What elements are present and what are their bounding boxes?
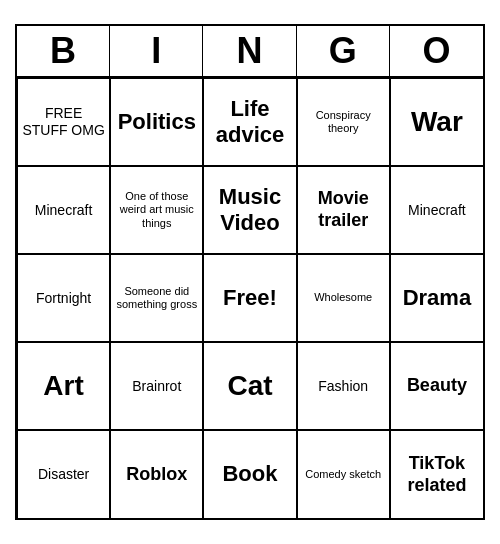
bingo-cell-24[interactable]: TikTok related xyxy=(390,430,483,518)
bingo-cell-19[interactable]: Beauty xyxy=(390,342,483,430)
bingo-cell-22[interactable]: Book xyxy=(203,430,296,518)
cell-text-13: Wholesome xyxy=(314,291,372,304)
cell-text-10: Fortnight xyxy=(36,290,91,307)
bingo-cell-23[interactable]: Comedy sketch xyxy=(297,430,390,518)
cell-text-23: Comedy sketch xyxy=(305,468,381,481)
cell-text-8: Movie trailer xyxy=(302,188,385,231)
bingo-cell-6[interactable]: One of those weird art music things xyxy=(110,166,203,254)
bingo-letter-i: I xyxy=(110,26,203,76)
bingo-cell-5[interactable]: Minecraft xyxy=(17,166,110,254)
bingo-cell-18[interactable]: Fashion xyxy=(297,342,390,430)
cell-text-18: Fashion xyxy=(318,378,368,395)
cell-text-2: Life advice xyxy=(208,96,291,149)
bingo-cell-21[interactable]: Roblox xyxy=(110,430,203,518)
cell-text-16: Brainrot xyxy=(132,378,181,395)
cell-text-7: Music Video xyxy=(208,184,291,237)
cell-text-14: Drama xyxy=(403,285,471,311)
bingo-cell-10[interactable]: Fortnight xyxy=(17,254,110,342)
cell-text-24: TikTok related xyxy=(395,453,479,496)
bingo-letter-o: O xyxy=(390,26,483,76)
cell-text-3: Conspiracy theory xyxy=(302,109,385,135)
cell-text-5: Minecraft xyxy=(35,202,93,219)
bingo-cell-2[interactable]: Life advice xyxy=(203,78,296,166)
bingo-cell-16[interactable]: Brainrot xyxy=(110,342,203,430)
cell-text-1: Politics xyxy=(118,109,196,135)
bingo-header: BINGO xyxy=(17,26,483,78)
bingo-cell-14[interactable]: Drama xyxy=(390,254,483,342)
bingo-letter-n: N xyxy=(203,26,296,76)
bingo-grid: FREE STUFF OMGPoliticsLife adviceConspir… xyxy=(17,78,483,518)
bingo-cell-17[interactable]: Cat xyxy=(203,342,296,430)
bingo-cell-3[interactable]: Conspiracy theory xyxy=(297,78,390,166)
bingo-cell-12[interactable]: Free! xyxy=(203,254,296,342)
bingo-letter-b: B xyxy=(17,26,110,76)
cell-text-11: Someone did something gross xyxy=(115,285,198,311)
bingo-cell-1[interactable]: Politics xyxy=(110,78,203,166)
cell-text-22: Book xyxy=(222,461,277,487)
cell-text-15: Art xyxy=(43,369,83,403)
cell-text-4: War xyxy=(411,105,463,139)
cell-text-20: Disaster xyxy=(38,466,89,483)
bingo-cell-0[interactable]: FREE STUFF OMG xyxy=(17,78,110,166)
cell-text-0: FREE STUFF OMG xyxy=(22,105,105,139)
bingo-card: BINGO FREE STUFF OMGPoliticsLife adviceC… xyxy=(15,24,485,520)
bingo-cell-20[interactable]: Disaster xyxy=(17,430,110,518)
cell-text-6: One of those weird art music things xyxy=(115,190,198,230)
bingo-cell-11[interactable]: Someone did something gross xyxy=(110,254,203,342)
cell-text-9: Minecraft xyxy=(408,202,466,219)
bingo-letter-g: G xyxy=(297,26,390,76)
cell-text-12: Free! xyxy=(223,285,277,311)
bingo-cell-15[interactable]: Art xyxy=(17,342,110,430)
bingo-cell-13[interactable]: Wholesome xyxy=(297,254,390,342)
cell-text-17: Cat xyxy=(227,369,272,403)
bingo-cell-7[interactable]: Music Video xyxy=(203,166,296,254)
cell-text-21: Roblox xyxy=(126,464,187,486)
bingo-cell-4[interactable]: War xyxy=(390,78,483,166)
cell-text-19: Beauty xyxy=(407,375,467,397)
bingo-cell-9[interactable]: Minecraft xyxy=(390,166,483,254)
bingo-cell-8[interactable]: Movie trailer xyxy=(297,166,390,254)
